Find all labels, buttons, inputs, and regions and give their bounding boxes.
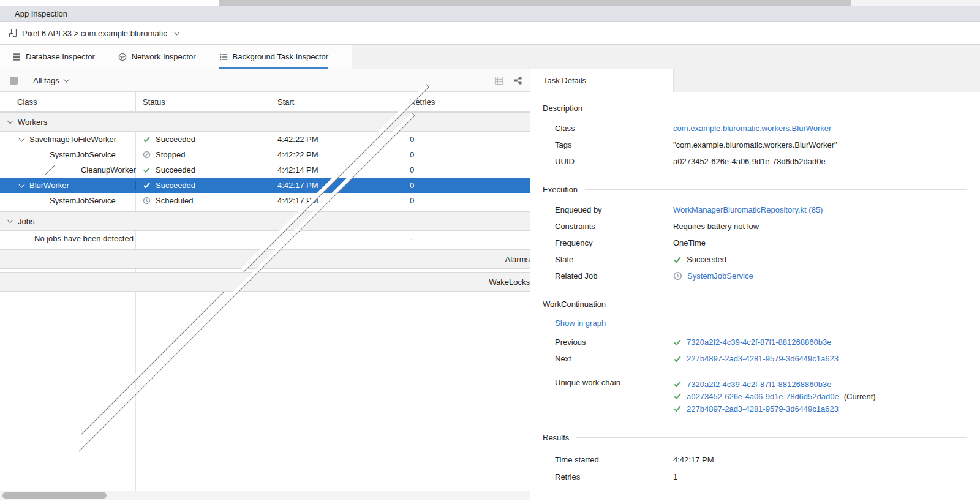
detail-row: UUID a0273452-626e-4a06-9d1e-78d6d52dad0… — [555, 153, 967, 170]
list-icon — [219, 53, 228, 61]
table-row[interactable]: SystemJobService Stopped 4:42:22 PM 0 — [0, 147, 530, 162]
group-label: WakeLocks — [489, 277, 530, 287]
group-label: Workers — [18, 118, 47, 127]
section-description: Description — [543, 104, 967, 113]
check-icon — [143, 166, 151, 174]
state-value: Succeeded — [687, 255, 726, 264]
section-title: Execution — [543, 185, 578, 194]
detail-label: UUID — [555, 157, 673, 166]
column-header-status[interactable]: Status — [136, 92, 270, 111]
worker-class: SaveImageToFileWorker — [29, 135, 116, 144]
horizontal-scrollbar[interactable] — [0, 491, 530, 500]
chain-work-link[interactable]: 7320a2f2-4c39-4c2f-87f1-881268860b3e — [687, 380, 831, 389]
group-row-jobs[interactable]: Jobs — [0, 211, 530, 231]
show-in-graph-link[interactable]: Show in graph — [555, 318, 967, 328]
scrollbar-thumb[interactable] — [219, 0, 851, 6]
detail-value: 1 — [673, 472, 677, 481]
chain-work-link[interactable]: 227b4897-2ad3-4281-9579-3d6449c1a623 — [687, 404, 839, 413]
chevron-right-icon[interactable] — [26, 165, 69, 175]
scrollbar-thumb[interactable] — [2, 492, 107, 499]
stop-icon[interactable] — [10, 77, 18, 85]
detail-label: Enqueued by — [555, 205, 673, 214]
inspector-tabstrip: Database Inspector Network Inspector Bac… — [0, 45, 980, 69]
table-row[interactable]: SaveImageToFileWorker Succeeded 4:42:22 … — [0, 132, 530, 147]
retries-count: 0 — [404, 165, 530, 175]
table-row-selected[interactable]: BlurWorker Succeeded 4:42:17 PM 0 — [0, 178, 530, 193]
tab-database-inspector[interactable]: Database Inspector — [12, 45, 95, 69]
start-time: 4:42:17 PM — [270, 196, 404, 205]
start-time: 4:42:22 PM — [270, 150, 404, 159]
worker-class: SystemJobService — [50, 150, 116, 159]
status-label: Scheduled — [156, 196, 193, 205]
tab-network-inspector[interactable]: Network Inspector — [118, 45, 196, 69]
detail-row: Time started 4:42:17 PM — [555, 451, 967, 468]
chevron-down-icon[interactable] — [19, 135, 25, 141]
task-details-header: Task Details — [530, 69, 980, 92]
graph-icon[interactable] — [513, 76, 522, 85]
detail-row: Constraints Requires battery not low — [555, 218, 967, 235]
class-link[interactable]: com.example.bluromatic.workers.BlurWorke… — [673, 124, 831, 133]
group-row-wakelocks[interactable]: WakeLocks — [0, 272, 530, 292]
task-table-panel: All tags Class Status Start Retries Wor — [0, 69, 530, 500]
chevron-down-icon[interactable] — [7, 217, 13, 224]
chevron-down-icon[interactable] — [19, 181, 25, 187]
stopped-icon — [143, 151, 151, 159]
editor-scrollbar-strip — [0, 0, 980, 6]
enqueued-by-link[interactable]: WorkManagerBluromaticRepository.kt (85) — [673, 205, 823, 214]
empty-message: No jobs have been detected — [34, 234, 134, 243]
detail-label: Retries — [555, 472, 673, 481]
chevron-down-icon — [63, 77, 69, 83]
worker-class: CleanupWorker — [81, 165, 136, 175]
retries-count: 0 — [404, 196, 530, 205]
device-selector-label: Pixel 6 API 33 > com.example.bluromatic — [22, 29, 167, 38]
detail-label: Time started — [555, 455, 673, 464]
check-icon — [673, 404, 682, 413]
section-title: WorkContinuation — [543, 299, 606, 309]
tag-filter-dropdown[interactable]: All tags — [33, 76, 69, 85]
previous-work-link[interactable]: 7320a2f2-4c39-4c2f-87f1-881268860b3e — [687, 337, 831, 347]
task-tree-table: Workers SaveImageToFileWorker Succeeded … — [0, 112, 530, 500]
chain-work-link-current[interactable]: a0273452-626e-4a06-9d1e-78d6d52dad0e — [687, 392, 839, 401]
device-selector[interactable]: Pixel 6 API 33 > com.example.bluromatic — [0, 22, 980, 45]
tab-label: Background Task Inspector — [233, 52, 329, 61]
current-marker: (Current) — [844, 392, 876, 401]
group-row-workers[interactable]: Workers — [0, 112, 530, 132]
column-header-start[interactable]: Start — [270, 92, 404, 111]
tag-filter-label: All tags — [33, 76, 59, 85]
check-icon — [673, 338, 682, 347]
table-row-empty-jobs: No jobs have been detected - — [0, 231, 530, 246]
detail-label: Previous — [555, 337, 673, 347]
tab-label: Database Inspector — [26, 52, 95, 61]
check-icon — [673, 255, 682, 264]
task-details-content: Description Class com.example.bluromatic… — [530, 92, 980, 500]
phone-icon — [9, 28, 18, 38]
table-row[interactable]: SystemJobService Scheduled 4:42:17 PM 0 — [0, 193, 530, 208]
clock-icon — [143, 197, 151, 205]
detail-label: Related Job — [555, 271, 673, 281]
detail-row: Frequency OneTime — [555, 235, 967, 251]
tab-background-task-inspector[interactable]: Background Task Inspector — [219, 45, 329, 69]
column-header-class[interactable]: Class — [0, 92, 136, 111]
column-header-retries[interactable]: Retries — [404, 92, 530, 111]
next-work-link[interactable]: 227b4897-2ad3-4281-9579-3d6449c1a623 — [687, 354, 839, 363]
database-icon — [12, 53, 21, 61]
tool-window-title: App Inspection — [15, 9, 67, 18]
retries-count: 0 — [404, 181, 530, 190]
scrollbar-track-end — [851, 0, 980, 6]
table-icon[interactable] — [494, 76, 503, 85]
detail-value: OneTime — [673, 238, 706, 247]
detail-row: Retries 1 — [555, 468, 967, 485]
related-job-link[interactable]: SystemJobService — [687, 271, 753, 281]
detail-value: "com.example.bluromatic.workers.BlurWork… — [673, 140, 837, 149]
retries-count: - — [404, 234, 530, 243]
chevron-down-icon[interactable] — [7, 118, 13, 124]
check-icon — [143, 181, 151, 189]
detail-label: State — [555, 255, 673, 264]
detail-label: Constraints — [555, 222, 673, 231]
detail-row: Related Job SystemJobService — [555, 268, 967, 284]
inspector-toolbar: All tags — [0, 69, 530, 92]
table-row[interactable]: CleanupWorker Succeeded 4:42:14 PM 0 — [0, 162, 530, 178]
toolbar-separator — [24, 74, 24, 86]
detail-row: Tags "com.example.bluromatic.workers.Blu… — [555, 137, 967, 153]
check-icon — [143, 135, 151, 143]
